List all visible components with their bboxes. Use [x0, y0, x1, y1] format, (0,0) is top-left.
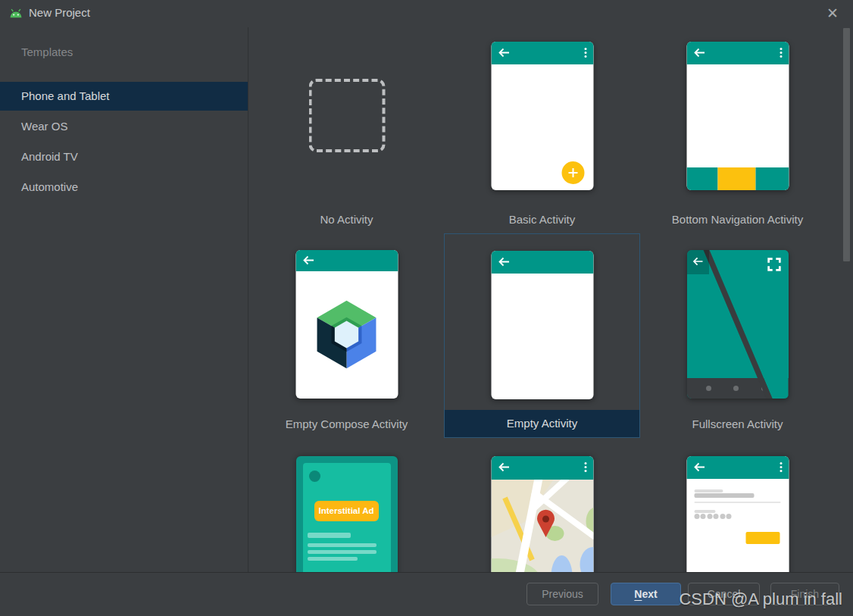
- template-card-empty-compose[interactable]: Empty Compose Activity: [248, 233, 445, 438]
- form-input-line: [694, 493, 754, 498]
- template-label: Bottom Navigation Activity: [639, 206, 836, 233]
- sidebar-item-android-tv[interactable]: Android TV: [0, 142, 248, 171]
- back-arrow-icon: [302, 255, 314, 265]
- phone-appbar: [491, 42, 593, 64]
- bottom-nav-bar: [686, 167, 789, 190]
- sidebar-item-wear-os[interactable]: Wear OS: [0, 112, 248, 141]
- android-icon: [8, 8, 23, 19]
- template-label: Basic Activity: [444, 206, 640, 233]
- fullscreen-expand-icon: [766, 256, 783, 273]
- cancel-button[interactable]: Cancel: [688, 583, 760, 605]
- new-project-dialog: New Project ✕ Templates Phone and Tablet…: [0, 0, 853, 616]
- window-title: New Project: [29, 6, 90, 19]
- vertical-scrollbar-thumb[interactable]: [843, 28, 850, 261]
- close-icon[interactable]: ✕: [823, 4, 842, 23]
- title-bar: New Project ✕: [0, 0, 853, 27]
- dashed-placeholder-icon: [308, 79, 385, 152]
- kebab-menu-icon: [780, 48, 782, 58]
- templates-sidebar: Templates Phone and Tablet Wear OS Andro…: [0, 27, 248, 572]
- template-grid: No Activity Basic Activity: [248, 27, 853, 572]
- form-label-line: [694, 510, 715, 513]
- phone-appbar: [491, 251, 593, 274]
- kebab-menu-icon: [584, 462, 586, 472]
- phone-appbar: [686, 42, 789, 64]
- status-dot-icon: [309, 471, 320, 482]
- template-card-admob[interactable]: Interstitial Ad: [248, 438, 445, 572]
- back-arrow-icon: [498, 462, 510, 472]
- template-label-selected: Empty Activity: [445, 410, 639, 437]
- phone-appbar: [295, 250, 398, 271]
- login-preview: [686, 456, 789, 572]
- sidebar-item-phone-and-tablet[interactable]: Phone and Tablet: [0, 82, 248, 111]
- template-card-basic-activity[interactable]: Basic Activity: [444, 29, 640, 233]
- interstitial-ad-chip: Interstitial Ad: [314, 501, 379, 521]
- empty-compose-preview: [295, 250, 398, 399]
- template-card-fullscreen[interactable]: Fullscreen Activity: [639, 233, 836, 438]
- map-graphic: [491, 480, 593, 572]
- phone-appbar: [687, 250, 709, 274]
- empty-activity-preview: [491, 251, 593, 399]
- back-arrow-icon: [498, 257, 510, 267]
- next-button[interactable]: Next: [611, 583, 681, 605]
- template-card-bottom-navigation[interactable]: Bottom Navigation Activity: [639, 29, 836, 233]
- sidebar-item-automotive[interactable]: Automotive: [0, 173, 248, 202]
- fab-plus-icon: [561, 161, 584, 184]
- back-arrow-icon: [498, 48, 510, 58]
- maps-preview: [491, 456, 593, 572]
- template-card-empty-activity[interactable]: Empty Activity: [444, 233, 640, 438]
- template-card-login[interactable]: [639, 438, 836, 572]
- template-label: Fullscreen Activity: [639, 411, 836, 438]
- fullscreen-preview: [687, 250, 789, 399]
- back-arrow-icon: [693, 48, 705, 58]
- admob-preview: Interstitial Ad: [296, 456, 398, 572]
- previous-button[interactable]: Previous: [526, 583, 598, 605]
- phone-appbar: [491, 456, 593, 480]
- form-submit-button-shape: [745, 532, 780, 544]
- finish-button[interactable]: Finish: [770, 583, 839, 605]
- form-label-line: [694, 489, 723, 492]
- form-underline: [694, 502, 780, 503]
- basic-activity-preview: [491, 42, 593, 190]
- phone-appbar: [686, 456, 789, 479]
- back-arrow-icon: [693, 462, 705, 472]
- bottom-navigation-preview: [686, 42, 789, 190]
- kebab-menu-icon: [584, 48, 586, 58]
- jetpack-compose-logo-icon: [311, 299, 383, 371]
- template-label: No Activity: [248, 206, 445, 233]
- kebab-menu-icon: [780, 462, 782, 472]
- back-arrow-icon: [692, 257, 704, 266]
- no-activity-preview: [308, 42, 385, 152]
- password-dots: [694, 514, 732, 519]
- template-card-no-activity[interactable]: No Activity: [248, 29, 445, 233]
- dialog-footer: Previous Next Cancel Finish: [0, 572, 853, 616]
- template-card-maps[interactable]: [444, 438, 640, 572]
- sidebar-header: Templates: [21, 45, 73, 58]
- template-label: Empty Compose Activity: [248, 411, 445, 438]
